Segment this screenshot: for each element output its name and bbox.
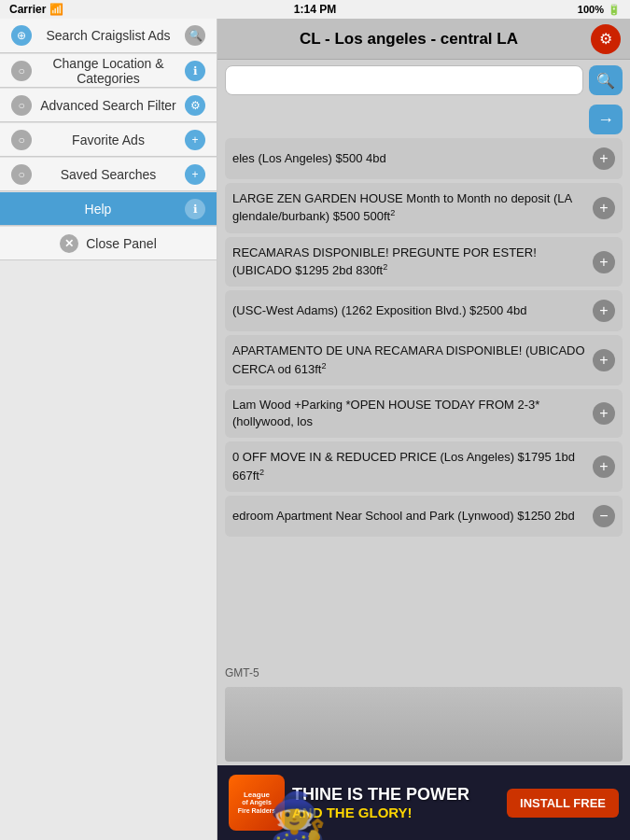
change-location-icon: ○: [11, 61, 32, 81]
search-go-button[interactable]: 🔍: [589, 65, 623, 95]
status-bar: Carrier 📶 1:14 PM 100% 🔋: [0, 0, 630, 19]
listing-item[interactable]: edroom Apartment Near School and Park (L…: [225, 496, 623, 537]
sidebar-label-change-location: Change Location & Categories: [32, 56, 185, 86]
listing-text: eles (Los Angeles) $500 4bd: [232, 150, 386, 167]
wifi-icon: 📶: [49, 3, 63, 16]
help-info-icon: ℹ: [185, 199, 205, 219]
search-info-icon: 🔍: [185, 25, 205, 46]
listing-text: APARTAMENTO DE UNA RECAMARA DISPONIBLE! …: [232, 343, 589, 378]
status-carrier: Carrier 📶: [9, 3, 63, 16]
sidebar-item-advanced-search[interactable]: ○ Advanced Search Filter ⚙: [0, 88, 217, 122]
listing-item[interactable]: LARGE ZEN GARDEN HOUSE Month to Month no…: [225, 183, 623, 233]
ad-warrior-decoration: 🧙: [269, 793, 327, 840]
sidebar-item-favorite-ads[interactable]: ○ Favorite Ads +: [0, 122, 217, 157]
listing-text: LARGE ZEN GARDEN HOUSE Month to Month no…: [232, 190, 589, 226]
listing-item[interactable]: (USC-West Adams) (1262 Exposition Blvd.)…: [225, 290, 623, 331]
search-input[interactable]: [225, 65, 583, 95]
close-panel-button[interactable]: ✕ Close Panel: [0, 226, 217, 260]
listing-add-button[interactable]: +: [593, 300, 615, 322]
timezone-row: GMT-5: [217, 663, 630, 683]
listing-item[interactable]: APARTAMENTO DE UNA RECAMARA DISPONIBLE! …: [225, 335, 623, 385]
close-panel-icon: ✕: [60, 234, 78, 253]
listing-add-button[interactable]: +: [593, 147, 615, 170]
favorite-add-icon: +: [185, 130, 205, 150]
arrow-right-icon: →: [597, 110, 614, 130]
advanced-search-icon: ○: [11, 95, 32, 116]
close-panel-label: Close Panel: [86, 236, 157, 251]
listing-remove-button[interactable]: −: [593, 505, 615, 527]
main-content: CL - Los angeles - central LA ⚙ 🔍 → eles…: [217, 19, 630, 840]
ad-left-section: League of Angels Fire Raiders THINE IS T…: [229, 775, 469, 831]
saved-add-icon: +: [185, 164, 205, 185]
sidebar-label-help: Help: [11, 202, 185, 217]
sidebar-label-advanced-search: Advanced Search Filter: [32, 98, 185, 113]
battery-icon: 🔋: [608, 4, 621, 16]
sidebar-item-help[interactable]: Help ℹ: [0, 191, 217, 226]
favorite-ads-icon: ○: [11, 130, 32, 150]
sidebar-item-saved-searches[interactable]: ○ Saved Searches +: [0, 157, 217, 191]
change-location-info-icon: ℹ: [185, 61, 205, 81]
sidebar-item-change-location[interactable]: ○ Change Location & Categories ℹ: [0, 53, 217, 88]
listing-add-button[interactable]: +: [593, 402, 615, 425]
settings-button[interactable]: ⚙: [591, 24, 621, 54]
search-go-icon: 🔍: [596, 72, 615, 90]
listings-container: eles (Los Angeles) $500 4bd + LARGE ZEN …: [217, 138, 630, 663]
listing-item[interactable]: eles (Los Angeles) $500 4bd +: [225, 138, 623, 179]
ad-install-button[interactable]: INSTALL FREE: [507, 789, 619, 818]
listing-text: RECAMARAS DISPONIBLE! PREGUNTE POR ESTER…: [232, 245, 589, 280]
listing-add-button[interactable]: +: [593, 251, 615, 273]
sidebar: ⊕ Search Craigslist Ads 🔍 ○ Change Locat…: [0, 19, 217, 840]
sidebar-label-favorite-ads: Favorite Ads: [32, 133, 185, 147]
listing-item[interactable]: Lam Wood +Parking *OPEN HOUSE TODAY FROM…: [225, 389, 623, 438]
header-bar: CL - Los angeles - central LA ⚙: [217, 19, 630, 60]
bottom-ad-banner[interactable]: 🧙 League of Angels Fire Raiders THINE IS…: [217, 765, 630, 840]
listing-text: (USC-West Adams) (1262 Exposition Blvd.)…: [232, 302, 527, 319]
search-bar: 🔍: [217, 60, 630, 101]
ad-thumbnail: [225, 687, 623, 762]
sidebar-label-saved-searches: Saved Searches: [32, 167, 185, 182]
listing-add-button[interactable]: +: [593, 455, 615, 478]
gear-icon: ⚙: [599, 30, 612, 48]
listing-item[interactable]: RECAMARAS DISPONIBLE! PREGUNTE POR ESTER…: [225, 237, 623, 287]
timezone-label: GMT-5: [225, 666, 259, 679]
listing-text: 0 OFF MOVE IN & REDUCED PRICE (Los Angel…: [232, 449, 589, 484]
saved-searches-icon: ○: [11, 164, 32, 185]
status-time: 1:14 PM: [294, 3, 336, 16]
advanced-search-gear-icon: ⚙: [185, 95, 205, 116]
listing-text: edroom Apartment Near School and Park (L…: [232, 508, 575, 525]
listing-item[interactable]: 0 OFF MOVE IN & REDUCED PRICE (Los Angel…: [225, 441, 623, 492]
next-page-row: →: [217, 101, 630, 138]
sidebar-label-search: Search Craigslist Ads: [32, 28, 185, 43]
next-page-button[interactable]: →: [589, 105, 623, 134]
search-craigslist-icon: ⊕: [11, 25, 32, 46]
status-battery: 100% 🔋: [578, 4, 621, 16]
page-title: CL - Los angeles - central LA: [300, 30, 518, 49]
listing-add-button[interactable]: +: [593, 197, 615, 219]
sidebar-item-search-craigslist[interactable]: ⊕ Search Craigslist Ads 🔍: [0, 19, 217, 53]
listing-text: Lam Wood +Parking *OPEN HOUSE TODAY FROM…: [232, 397, 589, 430]
listing-add-button[interactable]: +: [593, 349, 615, 371]
app-container: ⊕ Search Craigslist Ads 🔍 ○ Change Locat…: [0, 19, 630, 840]
